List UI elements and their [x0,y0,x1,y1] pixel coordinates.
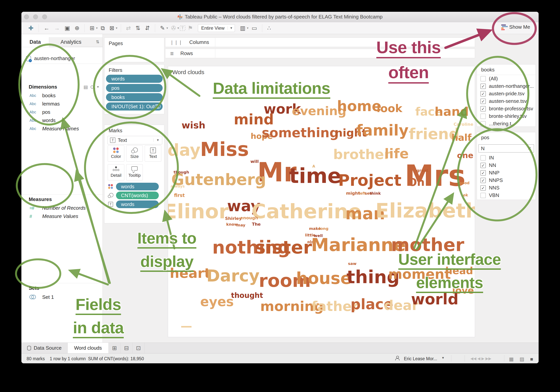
checkbox-icon[interactable]: ✓ [480,91,486,96]
books-filter-item[interactable]: ✓austen-northanger... [477,82,536,90]
measure-field[interactable]: #Measure Values [21,212,102,220]
mark-pill[interactable]: words [116,183,159,191]
mark-pill[interactable]: words [116,201,159,208]
filter-pill[interactable]: IN/OUT(Set 1): Out [106,102,163,111]
fit-mode-select[interactable]: Entire View ▼ [198,24,235,32]
filter-pill[interactable]: books [106,93,163,101]
set-field[interactable]: Set 1 [21,293,102,301]
new-worksheet-caret-icon[interactable]: ▾ [95,22,98,34]
pos-filter-item[interactable]: ✓NNPS [477,177,536,184]
view-full-icon[interactable]: ■ [530,356,533,362]
clear-search-icon[interactable]: ✕ [528,146,531,151]
checkbox-icon[interactable]: ✓ [480,121,486,126]
checkbox-icon[interactable]: ✓ [480,76,486,81]
filters-shelf[interactable]: Filters wordsposbooksIN/OUT(Set 1): Out [104,64,164,114]
save-icon[interactable]: ▣ [62,22,72,34]
chevron-down-icon[interactable]: ▼ [228,26,235,30]
pos-filter-item[interactable]: ✓NN [477,162,536,169]
books-filter-item[interactable]: ✓bronte-professor.tsv [477,105,536,113]
new-dashboard-icon[interactable]: ⊟ [121,343,133,353]
checkbox-icon[interactable]: ✓ [480,114,486,119]
view-cards-icon[interactable]: ▨ [520,356,524,362]
filter-pill[interactable]: words [106,75,163,83]
pages-shelf[interactable]: Pages [104,38,164,62]
minimize-window-icon[interactable] [33,14,38,19]
pos-search-input[interactable]: N ✕ [479,144,534,153]
worksheet-canvas[interactable]: Word clouds workeveninghomelookfacehandw… [168,66,475,337]
mark-pill-row[interactable]: CNT(words) [107,191,159,199]
signed-in-user[interactable]: Eric Lease Mor... [404,356,437,361]
sort-ascending-icon[interactable]: ⇅ [133,22,143,34]
checkbox-icon[interactable]: ✓ [480,185,486,191]
tableau-logo-icon[interactable]: ✚ [26,22,36,34]
fix-axes-icon[interactable]: ⚑ [185,22,195,34]
mark-pill-row[interactable]: words [107,183,159,191]
dimension-field[interactable]: Abcbooks [21,91,102,100]
checkbox-icon[interactable]: ✓ [480,170,486,176]
worksheet-tab-active[interactable]: Word clouds [68,343,109,353]
tab-data[interactable]: Data [21,37,49,47]
show-me-button[interactable]: Show Me [501,24,530,30]
new-worksheet-icon[interactable]: ⊞ [109,343,121,353]
checkbox-icon[interactable]: ✓ [480,99,486,104]
checkbox-icon[interactable]: ✓ [480,163,486,168]
zoom-window-icon[interactable] [42,14,47,19]
tooltip-button[interactable]: Tooltip [126,164,143,180]
color-button[interactable]: Color [108,145,124,162]
sort-descending-icon[interactable]: ⇵ [143,22,152,34]
pos-filter-item[interactable]: ✓NNP [477,169,536,177]
books-filter-item[interactable]: ✓austen-pride.tsv [477,90,536,97]
showme-card-caret-icon[interactable]: ▾ [246,22,249,34]
view-as-list-icon[interactable]: ▤ [83,84,88,90]
pos-filter-item[interactable]: ✓NNS [477,184,536,191]
mark-pill[interactable]: CNT(words) [116,191,159,199]
pos-filter-item[interactable]: ✓VBN [477,191,536,199]
books-filter-item[interactable]: ✓austen-sense.tsv [477,97,536,105]
marks-card[interactable]: Marks T Text ▼ Color Size T Text Detail [104,125,164,223]
checkbox-icon[interactable]: ✓ [480,193,486,198]
checkbox-icon[interactable]: ✓ [480,155,486,161]
checkbox-icon[interactable]: ✓ [480,106,486,112]
add-data-icon[interactable]: ⊕ [72,22,82,34]
books-filter-item[interactable]: ✓bronte-shirley.tsv [477,113,536,120]
chevron-down-icon[interactable]: ▼ [153,138,162,142]
data-source-item[interactable]: austen-northanger [26,56,75,61]
mark-pill-row[interactable]: Twords [107,201,159,208]
highlight-caret-icon[interactable]: ▾ [166,22,169,34]
checkbox-icon[interactable]: ✓ [480,84,486,89]
presentation-mode-icon[interactable]: ▭ [249,22,259,34]
view-grid-icon[interactable]: ▦ [509,356,514,362]
books-filter-item[interactable]: ✓...thering.t... [477,120,536,127]
swap-axes-icon[interactable]: ⇄ [124,22,133,34]
data-source-tab[interactable]: Data Source [21,343,68,353]
columns-shelf[interactable]: ❘❘❘ Columns [165,38,475,47]
pane-sort-icon[interactable]: ⇅ [93,37,102,47]
size-button[interactable]: Size [126,145,143,162]
duplicate-sheet-icon[interactable]: ⧉ [98,22,107,34]
fields-menu-caret-icon[interactable]: ▼ [96,85,100,89]
filter-pill[interactable]: pos [106,84,163,92]
clear-sheet-caret-icon[interactable]: ▾ [115,22,118,34]
mark-type-select[interactable]: T Text ▼ [108,136,162,144]
checkbox-icon[interactable]: ✓ [480,178,486,183]
redo-icon[interactable]: → [52,22,62,34]
text-button[interactable]: T Text [145,145,161,162]
dimension-field[interactable]: Abclemmas [21,100,102,108]
annotation-caret-icon[interactable]: ▾ [177,22,180,34]
new-story-icon[interactable]: ⊡ [133,343,145,353]
textbox-icon[interactable]: T [180,25,185,31]
page-nav-icons[interactable]: ◀◀ ◀ ▶ ▶▶ [470,356,491,361]
close-window-icon[interactable] [24,14,29,19]
search-icon[interactable] [90,86,94,89]
undo-icon[interactable]: ← [41,22,52,34]
dimension-field[interactable]: Abcwords [21,116,102,124]
tab-analytics[interactable]: Analytics [49,37,93,47]
share-icon[interactable]: ∴ [265,22,273,34]
measure-field[interactable]: =#Number of Records [21,204,102,212]
rows-shelf[interactable]: ≣ Rows [165,49,475,58]
books-filter-item[interactable]: ✓(All) [477,75,536,82]
user-menu-caret-icon[interactable]: ▼ [441,356,445,360]
pos-filter-item[interactable]: ✓IN [477,154,536,162]
dimension-field[interactable]: AbcMeasure Names [21,124,102,133]
dimension-field[interactable]: Abcpos [21,108,102,116]
